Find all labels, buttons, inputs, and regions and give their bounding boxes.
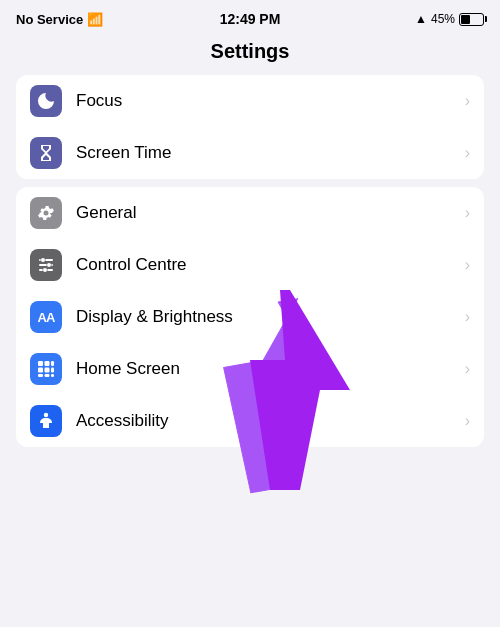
settings-item-accessibility[interactable]: Accessibility › <box>16 395 484 447</box>
controlcentre-icon <box>30 249 62 281</box>
homescreen-label: Home Screen <box>76 359 465 379</box>
display-chevron: › <box>465 308 470 326</box>
svg-rect-18 <box>45 374 50 377</box>
focus-chevron: › <box>465 92 470 110</box>
svg-rect-16 <box>51 368 54 373</box>
svg-rect-13 <box>51 361 54 366</box>
svg-rect-11 <box>38 361 43 366</box>
location-icon: ▲ <box>415 12 427 26</box>
settings-item-general[interactable]: General › <box>16 187 484 239</box>
page-header: Settings <box>0 34 500 75</box>
display-icon: AA <box>30 301 62 333</box>
settings-item-controlcentre[interactable]: Control Centre › <box>16 239 484 291</box>
svg-point-20 <box>44 413 48 417</box>
settings-item-focus[interactable]: Focus › <box>16 75 484 127</box>
status-right: ▲ 45% <box>415 12 484 26</box>
homescreen-chevron: › <box>465 360 470 378</box>
general-chevron: › <box>465 204 470 222</box>
no-service-text: No Service <box>16 12 83 27</box>
svg-point-8 <box>47 263 51 267</box>
battery-percentage: 45% <box>431 12 455 26</box>
accessibility-chevron: › <box>465 412 470 430</box>
settings-section-2: General › Control Centre › AA Displ <box>16 187 484 447</box>
status-left: No Service 📶 <box>16 12 103 27</box>
accessibility-icon <box>30 405 62 437</box>
svg-rect-14 <box>38 368 43 373</box>
page-title: Settings <box>211 40 290 62</box>
accessibility-label: Accessibility <box>76 411 465 431</box>
status-time: 12:49 PM <box>220 11 281 27</box>
svg-point-6 <box>41 258 45 262</box>
screentime-icon <box>30 137 62 169</box>
svg-rect-12 <box>45 361 50 366</box>
settings-item-screentime[interactable]: Screen Time › <box>16 127 484 179</box>
svg-rect-15 <box>45 368 50 373</box>
status-bar: No Service 📶 12:49 PM ▲ 45% <box>0 0 500 34</box>
settings-item-display[interactable]: AA Display & Brightness › <box>16 291 484 343</box>
battery-icon <box>459 13 484 26</box>
general-icon <box>30 197 62 229</box>
controlcentre-label: Control Centre <box>76 255 465 275</box>
settings-section-1: Focus › Screen Time › <box>16 75 484 179</box>
homescreen-icon <box>30 353 62 385</box>
svg-point-10 <box>43 268 47 272</box>
general-label: General <box>76 203 465 223</box>
focus-icon <box>30 85 62 117</box>
battery-fill <box>461 15 470 24</box>
settings-item-homescreen[interactable]: Home Screen › <box>16 343 484 395</box>
svg-rect-19 <box>51 374 54 377</box>
display-aa-text: AA <box>38 310 55 325</box>
wifi-icon: 📶 <box>87 12 103 27</box>
controlcentre-chevron: › <box>465 256 470 274</box>
screentime-label: Screen Time <box>76 143 465 163</box>
focus-label: Focus <box>76 91 465 111</box>
display-label: Display & Brightness <box>76 307 465 327</box>
screentime-chevron: › <box>465 144 470 162</box>
svg-rect-17 <box>38 374 43 377</box>
